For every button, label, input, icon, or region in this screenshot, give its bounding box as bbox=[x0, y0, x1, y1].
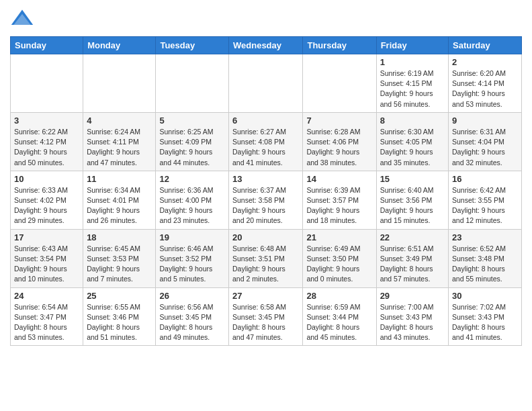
day-number: 15 bbox=[380, 174, 445, 184]
day-number: 14 bbox=[306, 174, 372, 184]
day-info: Sunrise: 6:55 AM Sunset: 3:46 PM Dayligh… bbox=[87, 302, 152, 343]
day-of-week-header: Tuesday bbox=[156, 37, 229, 54]
day-number: 5 bbox=[159, 116, 225, 126]
day-info: Sunrise: 6:39 AM Sunset: 3:57 PM Dayligh… bbox=[306, 185, 372, 226]
day-of-week-header: Saturday bbox=[449, 37, 522, 54]
calendar-cell: 26Sunrise: 6:56 AM Sunset: 3:45 PM Dayli… bbox=[156, 287, 229, 346]
day-number: 26 bbox=[159, 291, 225, 301]
day-number: 16 bbox=[452, 174, 518, 184]
calendar-cell: 3Sunrise: 6:22 AM Sunset: 4:12 PM Daylig… bbox=[11, 112, 83, 171]
day-info: Sunrise: 7:02 AM Sunset: 3:43 PM Dayligh… bbox=[452, 302, 518, 343]
calendar-cell: 11Sunrise: 6:34 AM Sunset: 4:01 PM Dayli… bbox=[83, 171, 156, 229]
day-number: 18 bbox=[87, 232, 152, 242]
day-number: 23 bbox=[452, 232, 518, 242]
day-number: 2 bbox=[452, 57, 518, 67]
calendar-header-row: SundayMondayTuesdayWednesdayThursdayFrid… bbox=[11, 37, 522, 54]
day-number: 7 bbox=[306, 116, 372, 126]
calendar-cell bbox=[11, 54, 83, 113]
day-info: Sunrise: 6:56 AM Sunset: 3:45 PM Dayligh… bbox=[159, 302, 225, 343]
calendar-cell: 2Sunrise: 6:20 AM Sunset: 4:14 PM Daylig… bbox=[449, 54, 522, 113]
calendar-table: SundayMondayTuesdayWednesdayThursdayFrid… bbox=[10, 36, 522, 346]
calendar-cell bbox=[229, 54, 303, 113]
calendar-cell: 21Sunrise: 6:49 AM Sunset: 3:50 PM Dayli… bbox=[303, 229, 376, 287]
calendar-cell: 4Sunrise: 6:24 AM Sunset: 4:11 PM Daylig… bbox=[83, 112, 156, 171]
calendar-cell: 9Sunrise: 6:31 AM Sunset: 4:04 PM Daylig… bbox=[449, 112, 522, 171]
calendar-cell: 15Sunrise: 6:40 AM Sunset: 3:56 PM Dayli… bbox=[376, 171, 448, 229]
calendar-cell: 27Sunrise: 6:58 AM Sunset: 3:45 PM Dayli… bbox=[229, 287, 303, 346]
calendar-cell: 16Sunrise: 6:42 AM Sunset: 3:55 PM Dayli… bbox=[449, 171, 522, 229]
day-number: 9 bbox=[452, 116, 518, 126]
day-info: Sunrise: 6:36 AM Sunset: 4:00 PM Dayligh… bbox=[159, 185, 225, 226]
day-of-week-header: Wednesday bbox=[229, 37, 303, 54]
day-info: Sunrise: 6:34 AM Sunset: 4:01 PM Dayligh… bbox=[87, 185, 152, 226]
calendar-cell: 24Sunrise: 6:54 AM Sunset: 3:47 PM Dayli… bbox=[11, 287, 83, 346]
calendar-cell: 22Sunrise: 6:51 AM Sunset: 3:49 PM Dayli… bbox=[376, 229, 448, 287]
calendar-cell: 6Sunrise: 6:27 AM Sunset: 4:08 PM Daylig… bbox=[229, 112, 303, 171]
day-info: Sunrise: 6:37 AM Sunset: 3:58 PM Dayligh… bbox=[232, 185, 299, 226]
day-number: 11 bbox=[87, 174, 152, 184]
day-info: Sunrise: 6:28 AM Sunset: 4:06 PM Dayligh… bbox=[306, 127, 372, 168]
logo-icon bbox=[10, 7, 34, 31]
day-number: 22 bbox=[380, 232, 445, 242]
day-of-week-header: Sunday bbox=[11, 37, 83, 54]
day-number: 3 bbox=[14, 116, 79, 126]
day-number: 6 bbox=[232, 116, 299, 126]
calendar-cell: 25Sunrise: 6:55 AM Sunset: 3:46 PM Dayli… bbox=[83, 287, 156, 346]
calendar-week-row: 1Sunrise: 6:19 AM Sunset: 4:15 PM Daylig… bbox=[11, 54, 522, 113]
day-of-week-header: Thursday bbox=[303, 37, 376, 54]
day-info: Sunrise: 6:52 AM Sunset: 3:48 PM Dayligh… bbox=[452, 244, 518, 285]
calendar-week-row: 24Sunrise: 6:54 AM Sunset: 3:47 PM Dayli… bbox=[11, 287, 522, 346]
day-info: Sunrise: 6:49 AM Sunset: 3:50 PM Dayligh… bbox=[306, 244, 372, 285]
day-info: Sunrise: 6:22 AM Sunset: 4:12 PM Dayligh… bbox=[14, 127, 79, 168]
day-number: 19 bbox=[159, 232, 225, 242]
day-number: 27 bbox=[232, 291, 299, 301]
day-info: Sunrise: 6:51 AM Sunset: 3:49 PM Dayligh… bbox=[380, 244, 445, 285]
calendar-cell: 10Sunrise: 6:33 AM Sunset: 4:02 PM Dayli… bbox=[11, 171, 83, 229]
day-number: 30 bbox=[452, 291, 518, 301]
logo bbox=[10, 7, 37, 31]
day-info: Sunrise: 6:58 AM Sunset: 3:45 PM Dayligh… bbox=[232, 302, 299, 343]
day-info: Sunrise: 6:40 AM Sunset: 3:56 PM Dayligh… bbox=[380, 185, 445, 226]
day-number: 20 bbox=[232, 232, 299, 242]
day-info: Sunrise: 6:24 AM Sunset: 4:11 PM Dayligh… bbox=[87, 127, 152, 168]
day-info: Sunrise: 6:45 AM Sunset: 3:53 PM Dayligh… bbox=[87, 244, 152, 285]
day-info: Sunrise: 6:31 AM Sunset: 4:04 PM Dayligh… bbox=[452, 127, 518, 168]
calendar-cell: 18Sunrise: 6:45 AM Sunset: 3:53 PM Dayli… bbox=[83, 229, 156, 287]
calendar-cell: 14Sunrise: 6:39 AM Sunset: 3:57 PM Dayli… bbox=[303, 171, 376, 229]
day-info: Sunrise: 6:46 AM Sunset: 3:52 PM Dayligh… bbox=[159, 244, 225, 285]
calendar-cell: 8Sunrise: 6:30 AM Sunset: 4:05 PM Daylig… bbox=[376, 112, 448, 171]
calendar-cell bbox=[83, 54, 156, 113]
day-number: 12 bbox=[159, 174, 225, 184]
day-number: 8 bbox=[380, 116, 445, 126]
calendar-cell bbox=[303, 54, 376, 113]
calendar-cell: 7Sunrise: 6:28 AM Sunset: 4:06 PM Daylig… bbox=[303, 112, 376, 171]
day-info: Sunrise: 6:30 AM Sunset: 4:05 PM Dayligh… bbox=[380, 127, 445, 168]
calendar-cell: 19Sunrise: 6:46 AM Sunset: 3:52 PM Dayli… bbox=[156, 229, 229, 287]
day-info: Sunrise: 7:00 AM Sunset: 3:43 PM Dayligh… bbox=[380, 302, 445, 343]
day-number: 13 bbox=[232, 174, 299, 184]
calendar-week-row: 17Sunrise: 6:43 AM Sunset: 3:54 PM Dayli… bbox=[11, 229, 522, 287]
day-info: Sunrise: 6:42 AM Sunset: 3:55 PM Dayligh… bbox=[452, 185, 518, 226]
day-number: 4 bbox=[87, 116, 152, 126]
day-info: Sunrise: 6:54 AM Sunset: 3:47 PM Dayligh… bbox=[14, 302, 79, 343]
day-number: 10 bbox=[14, 174, 79, 184]
day-info: Sunrise: 6:48 AM Sunset: 3:51 PM Dayligh… bbox=[232, 244, 299, 285]
day-of-week-header: Monday bbox=[83, 37, 156, 54]
day-info: Sunrise: 6:33 AM Sunset: 4:02 PM Dayligh… bbox=[14, 185, 79, 226]
day-info: Sunrise: 6:59 AM Sunset: 3:44 PM Dayligh… bbox=[306, 302, 372, 343]
day-number: 17 bbox=[14, 232, 79, 242]
calendar-cell: 23Sunrise: 6:52 AM Sunset: 3:48 PM Dayli… bbox=[449, 229, 522, 287]
day-info: Sunrise: 6:20 AM Sunset: 4:14 PM Dayligh… bbox=[452, 68, 518, 109]
day-info: Sunrise: 6:25 AM Sunset: 4:09 PM Dayligh… bbox=[159, 127, 225, 168]
day-info: Sunrise: 6:27 AM Sunset: 4:08 PM Dayligh… bbox=[232, 127, 299, 168]
calendar-cell: 12Sunrise: 6:36 AM Sunset: 4:00 PM Dayli… bbox=[156, 171, 229, 229]
calendar-cell: 17Sunrise: 6:43 AM Sunset: 3:54 PM Dayli… bbox=[11, 229, 83, 287]
page-header bbox=[10, 7, 522, 31]
calendar-cell: 5Sunrise: 6:25 AM Sunset: 4:09 PM Daylig… bbox=[156, 112, 229, 171]
calendar-week-row: 10Sunrise: 6:33 AM Sunset: 4:02 PM Dayli… bbox=[11, 171, 522, 229]
calendar-cell: 30Sunrise: 7:02 AM Sunset: 3:43 PM Dayli… bbox=[449, 287, 522, 346]
calendar-week-row: 3Sunrise: 6:22 AM Sunset: 4:12 PM Daylig… bbox=[11, 112, 522, 171]
calendar-cell: 29Sunrise: 7:00 AM Sunset: 3:43 PM Dayli… bbox=[376, 287, 448, 346]
calendar-cell: 1Sunrise: 6:19 AM Sunset: 4:15 PM Daylig… bbox=[376, 54, 448, 113]
day-number: 28 bbox=[306, 291, 372, 301]
